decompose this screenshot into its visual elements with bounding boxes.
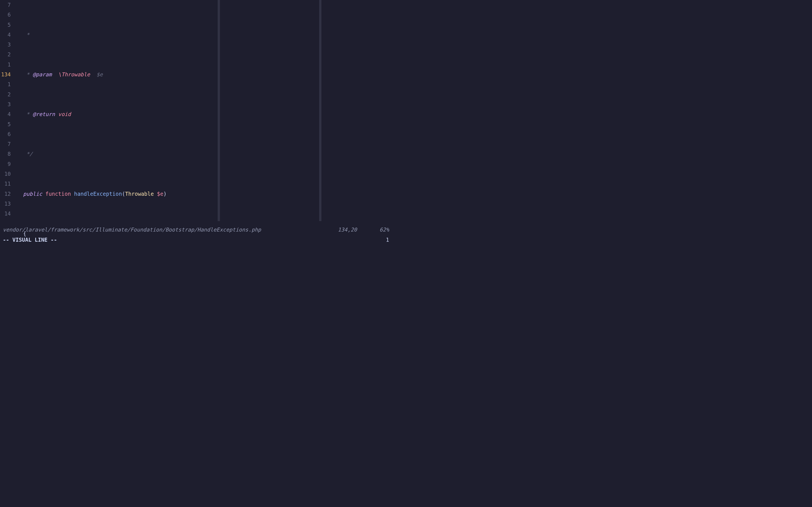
line-number: 6 bbox=[0, 10, 13, 20]
line-number: 13 bbox=[0, 199, 13, 209]
code-line[interactable]: * bbox=[13, 30, 392, 40]
doc-tag: @return bbox=[33, 111, 55, 117]
doc-type: \Throwable bbox=[58, 71, 90, 77]
line-number: 1 bbox=[0, 60, 13, 69]
line-number: 3 bbox=[0, 40, 13, 50]
line-number: 5 bbox=[0, 119, 13, 129]
line-number: 14 bbox=[0, 209, 13, 219]
brace-open: { bbox=[23, 231, 26, 237]
variable: $e bbox=[157, 191, 163, 197]
code-line[interactable]: public function handleException(Throwabl… bbox=[13, 189, 392, 199]
doc-type: void bbox=[58, 111, 71, 117]
line-number: 1 bbox=[0, 79, 13, 89]
line-number-current: 134 bbox=[0, 69, 13, 79]
doc-text: * bbox=[13, 71, 33, 77]
code-line[interactable]: * @param \Throwable $e bbox=[13, 69, 392, 79]
line-number: 2 bbox=[0, 50, 13, 59]
line-number: 2 bbox=[0, 90, 13, 100]
code-line[interactable]: { bbox=[13, 229, 392, 238]
scrollbar-split[interactable] bbox=[218, 0, 220, 221]
line-number-gutter: 7 6 5 4 3 2 1 134 1 2 3 4 5 6 7 8 9 10 1… bbox=[0, 0, 13, 225]
doc-tag: @param bbox=[33, 71, 52, 77]
code-line[interactable]: * @return void bbox=[13, 109, 392, 119]
line-number: 5 bbox=[0, 20, 13, 30]
line-number: 7 bbox=[0, 139, 13, 149]
doc-text: * bbox=[13, 32, 30, 38]
line-number: 4 bbox=[0, 109, 13, 119]
type: Throwable bbox=[125, 191, 154, 197]
editor-viewport[interactable]: 7 6 5 4 3 2 1 134 1 2 3 4 5 6 7 8 9 10 1… bbox=[0, 0, 392, 225]
scrollbar-thumb[interactable] bbox=[319, 0, 321, 221]
line-number: 6 bbox=[0, 129, 13, 139]
code-area[interactable]: * * @param \Throwable $e * @return void … bbox=[13, 0, 392, 225]
doc-text: * bbox=[13, 111, 33, 117]
line-number: 9 bbox=[0, 159, 13, 169]
line-number: 12 bbox=[0, 189, 13, 199]
line-number: 11 bbox=[0, 179, 13, 189]
line-number: 8 bbox=[0, 149, 13, 159]
keyword-public: public bbox=[23, 191, 42, 197]
keyword-function: function bbox=[45, 191, 71, 197]
doc-close: */ bbox=[13, 151, 33, 157]
doc-var: $e bbox=[96, 71, 103, 77]
line-number: 10 bbox=[0, 169, 13, 179]
line-number: 3 bbox=[0, 100, 13, 109]
code-line[interactable]: */ bbox=[13, 149, 392, 159]
function-name: handleException bbox=[74, 191, 122, 197]
line-number: 7 bbox=[0, 0, 13, 10]
line-number: 4 bbox=[0, 30, 13, 40]
